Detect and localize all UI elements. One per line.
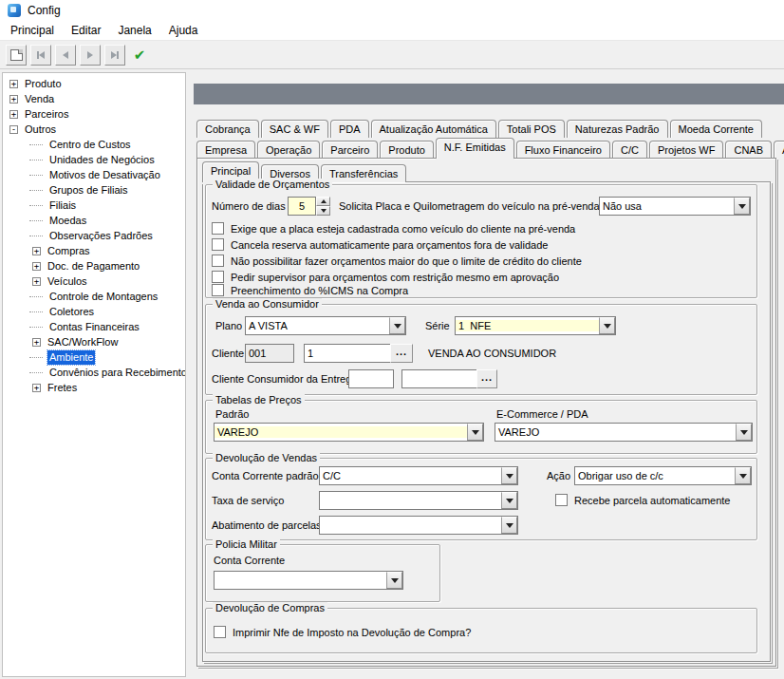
tree-item-produto[interactable]: +Produto <box>3 76 185 91</box>
spin-up-button[interactable] <box>316 197 330 206</box>
tree-item-outros[interactable]: -Outros <box>3 122 185 137</box>
collapse-minus-icon[interactable]: - <box>9 125 18 134</box>
abatimento-select[interactable] <box>319 516 518 535</box>
checkbox-exige-placa[interactable]: Exige que a placa esteja cadastrada como… <box>212 222 575 235</box>
tab-fluxo-financeiro[interactable]: Fluxo Financeiro <box>516 141 610 159</box>
tree-item-unidades-de-negocios[interactable]: Unidades de Negócios <box>3 152 185 167</box>
numero-dias-value[interactable]: 5 <box>288 197 316 216</box>
tree-item-centro-de-custos[interactable]: Centro de Custos <box>3 137 185 152</box>
tree-item-grupos-de-filiais[interactable]: Grupos de Filiais <box>3 182 185 198</box>
conta-corrente-padrao-select[interactable]: C/C <box>319 466 518 485</box>
entrega-id-field[interactable] <box>401 369 477 388</box>
tab-operacao[interactable]: Operação <box>257 141 320 159</box>
expand-plus-icon[interactable]: + <box>9 110 18 119</box>
checkbox-box-icon[interactable] <box>212 284 224 296</box>
tab-auditoria[interactable]: Auditoria <box>774 141 784 159</box>
expand-plus-icon[interactable]: + <box>32 247 41 255</box>
tab-parceiro[interactable]: Parceiro <box>322 141 378 159</box>
menu-editar[interactable]: Editar <box>63 21 109 40</box>
tab-atualizacao-automatica[interactable]: Atualização Automática <box>371 120 496 138</box>
tree-item-parceiros[interactable]: +Parceiros <box>3 106 185 122</box>
tab-naturezas-padrao[interactable]: Naturezas Padrão <box>567 120 668 138</box>
checkbox-box-icon[interactable] <box>212 238 224 251</box>
plano-select[interactable]: A VISTA <box>245 316 406 335</box>
chevron-down-icon[interactable] <box>734 198 750 215</box>
checkbox-recebe-parcela[interactable]: Recebe parcela automaticamente <box>555 494 730 506</box>
chevron-down-icon[interactable] <box>386 572 402 589</box>
next-record-button[interactable] <box>80 45 101 66</box>
pm-conta-corrente-select[interactable] <box>214 571 403 590</box>
tree-item-coletores[interactable]: Coletores <box>3 304 185 319</box>
tab-nf-emitidas[interactable]: N.F. Emitidas <box>436 138 514 159</box>
chevron-down-icon[interactable] <box>501 492 517 509</box>
cliente-id-field[interactable]: 1 <box>304 344 391 363</box>
checkbox-nao-possibilitar[interactable]: Não possibilitar fazer orçamentos maior … <box>212 255 582 267</box>
cliente-lookup-button[interactable]: ... <box>390 344 413 363</box>
ecommerce-select[interactable]: VAREJO <box>495 423 753 442</box>
checkbox-box-icon[interactable] <box>212 255 224 267</box>
chevron-down-icon[interactable] <box>501 517 517 534</box>
tree-item-sac-workflow[interactable]: +SAC/WorkFlow <box>3 334 185 349</box>
numero-dias-spinner[interactable]: 5 <box>288 197 330 216</box>
menu-principal[interactable]: Principal <box>2 21 63 40</box>
expand-plus-icon[interactable]: + <box>32 262 41 271</box>
tab-cnab[interactable]: CNAB <box>725 141 772 159</box>
expand-plus-icon[interactable]: + <box>9 80 18 88</box>
checkbox-imprimir-nfe[interactable]: Imprimir Nfe de Imposto na Devolução de … <box>214 626 471 638</box>
tab-produto[interactable]: Produto <box>380 141 434 159</box>
tab-totali-pos[interactable]: Totali POS <box>498 120 565 138</box>
checkbox-box-icon[interactable] <box>212 271 224 283</box>
tree-item-venda[interactable]: +Venda <box>3 91 185 106</box>
checkbox-box-icon[interactable] <box>214 626 226 638</box>
first-record-button[interactable] <box>30 45 51 66</box>
cliente-code-field[interactable]: 001 <box>245 344 294 363</box>
new-window-button[interactable] <box>6 45 27 66</box>
chevron-down-icon[interactable] <box>501 467 517 484</box>
serie-select[interactable]: 1 NFE <box>455 316 616 335</box>
tab-empresa[interactable]: Empresa <box>196 141 255 159</box>
checkbox-preenchimento-icms[interactable]: Preenchimento do %ICMS na Compra <box>212 284 408 296</box>
expand-plus-icon[interactable]: + <box>9 95 18 104</box>
chevron-down-icon[interactable] <box>735 467 751 484</box>
tree-item-convenios-para-recebimentos[interactable]: Convênios para Recebimentos c <box>3 365 185 380</box>
tree-item-motivos-de-desativacao[interactable]: Motivos de Desativação <box>3 167 185 182</box>
chevron-down-icon[interactable] <box>467 424 483 441</box>
tree-item-compras[interactable]: +Compras <box>3 243 185 258</box>
expand-plus-icon[interactable]: + <box>32 384 41 392</box>
tree-item-moedas[interactable]: Moedas <box>3 213 185 228</box>
tree-item-contas-financeiras[interactable]: Contas Financeiras <box>3 319 185 334</box>
expand-plus-icon[interactable]: + <box>32 277 41 286</box>
entrega-lookup-button[interactable]: ... <box>476 369 497 388</box>
tree-item-ambiente[interactable]: Ambiente <box>3 349 185 365</box>
chevron-down-icon[interactable] <box>599 317 615 334</box>
tree-item-fretes[interactable]: +Fretes <box>3 380 185 395</box>
tab-cc[interactable]: C/C <box>612 141 647 159</box>
taxa-servico-select[interactable] <box>319 491 518 510</box>
solicita-placa-select[interactable]: Não usa <box>599 197 751 216</box>
confirm-button[interactable]: ✔ <box>129 45 150 66</box>
checkbox-pedir-supervisor[interactable]: Pedir supervisor para orçamentos com res… <box>212 271 559 283</box>
checkbox-box-icon[interactable] <box>555 494 568 506</box>
expand-plus-icon[interactable]: + <box>32 338 41 347</box>
checkbox-cancela-reserva[interactable]: Cancela reserva automaticamente para orç… <box>212 238 548 251</box>
menu-ajuda[interactable]: Ajuda <box>160 21 207 40</box>
spin-down-button[interactable] <box>316 206 330 216</box>
checkbox-box-icon[interactable] <box>212 222 224 235</box>
menu-janela[interactable]: Janela <box>109 21 159 40</box>
prior-record-button[interactable] <box>55 45 76 66</box>
acao-select[interactable]: Obrigar uso de c/c <box>574 466 752 485</box>
tree-item-observacoes-padroes[interactable]: Observações Padrões <box>3 228 185 243</box>
chevron-down-icon[interactable] <box>736 424 752 441</box>
tab-projetos-wf[interactable]: Projetos WF <box>649 141 724 159</box>
chevron-down-icon[interactable] <box>389 317 405 334</box>
subtab-transferencias[interactable]: Transferências <box>321 164 406 182</box>
tab-sac-wf[interactable]: SAC & WF <box>261 120 328 138</box>
tree-item-veiculos[interactable]: +Veículos <box>3 273 185 289</box>
tab-pda[interactable]: PDA <box>330 120 369 138</box>
tree-item-doc-de-pagamento[interactable]: +Doc. de Pagamento <box>3 258 185 273</box>
last-record-button[interactable] <box>104 45 125 66</box>
tab-moeda-corrente[interactable]: Moeda Corrente <box>670 120 763 138</box>
tab-cobranca[interactable]: Cobrança <box>196 120 259 138</box>
tree-item-controle-de-montagens[interactable]: Controle de Montagens <box>3 289 185 304</box>
padrao-select[interactable]: VAREJO <box>214 423 484 442</box>
